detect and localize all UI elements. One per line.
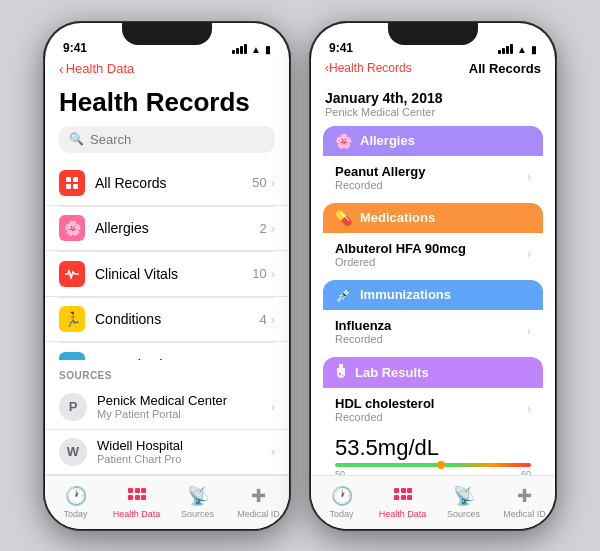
search-bar-left[interactable]: 🔍 [59,126,275,153]
albuterol-item[interactable]: Albuterol HFA 90mcg Ordered › [323,233,543,276]
tab-today-icon-left: 🕐 [65,485,87,507]
svg-rect-18 [407,488,412,493]
tab-today-right[interactable]: 🕐 Today [311,485,372,519]
tab-health-data-left[interactable]: Health Data [106,486,167,519]
back-label-left: Health Data [66,61,135,76]
svg-rect-13 [339,364,343,368]
hdl-name: HDL cholesterol [335,396,527,411]
albuterol-name: Albuterol HFA 90mcg [335,241,527,256]
page-title-left: Health Records [45,83,289,126]
list-item-clinical-vitals[interactable]: Clinical Vitals 10 › [45,252,289,297]
time-left: 9:41 [63,41,87,55]
date-subtitle: Penick Medical Center [325,106,541,118]
tab-health-label-right: Health Data [379,509,427,519]
tab-sources-label-right: Sources [447,509,480,519]
back-button-left[interactable]: ‹ Health Data [59,61,134,77]
lab-results-header: Lab Results [323,357,543,388]
tab-today-icon-right: 🕐 [331,485,353,507]
immunizations-icon: 💉 [59,352,85,360]
tab-today-label-right: Today [329,509,353,519]
svg-rect-9 [141,488,146,493]
svg-rect-11 [135,495,140,500]
svg-rect-10 [128,495,133,500]
tab-sources-right[interactable]: 📡 Sources [433,485,494,519]
albuterol-status: Ordered [335,256,527,268]
clinical-vitals-label: Clinical Vitals [95,266,252,282]
status-icons-right: ▲ ▮ [498,44,537,55]
tab-medid-label-right: Medical ID [503,509,546,519]
svg-rect-1 [73,177,78,182]
tab-health-data-right[interactable]: Health Data [372,486,433,519]
lab-results-card: Lab Results HDL cholesterol Recorded › 5… [323,357,543,475]
list-item-allergies[interactable]: 🌸 Allergies 2 › [45,206,289,251]
allergies-title: Allergies [360,133,415,148]
conditions-count: 4 [259,312,266,327]
svg-rect-3 [73,184,78,189]
hdl-value: 53.5mg/dL [323,431,543,463]
tab-medid-right[interactable]: ✚ Medical ID [494,485,555,519]
svg-rect-0 [66,177,71,182]
svg-rect-16 [394,488,399,493]
nav-bar-right: ‹ Health Records All Records [311,59,555,82]
source-widell-avatar: W [59,438,87,466]
source-penick-name: Penick Medical Center [97,393,271,408]
influenza-chevron: › [527,324,531,338]
influenza-status: Recorded [335,333,527,345]
tab-sources-left[interactable]: 📡 Sources [167,485,228,519]
all-records-chevron: › [271,175,275,190]
search-input-left[interactable] [90,132,265,147]
immunizations-card: 💉 Immunizations Influenza Recorded › [323,280,543,353]
svg-rect-2 [66,184,71,189]
medications-header: 💊 Medications [323,203,543,233]
influenza-item[interactable]: Influenza Recorded › [323,310,543,353]
svg-point-15 [342,374,344,376]
sources-header: SOURCES [45,360,289,385]
allergies-label: Allergies [95,220,259,236]
source-penick-avatar: P [59,393,87,421]
tab-medid-left[interactable]: ✚ Medical ID [228,485,289,519]
notch-right [388,23,478,45]
signal-icon [232,44,247,54]
phone-left: 9:41 ▲ ▮ ‹ Health Data Health Records 🔍 [43,21,291,531]
svg-rect-19 [394,495,399,500]
phone-right: 9:41 ▲ ▮ ‹ Health Records All Records Ja… [309,21,557,531]
chart-label-50: 50 [335,469,345,475]
source-penick[interactable]: P Penick Medical Center My Patient Porta… [45,385,289,430]
immunizations-title: Immunizations [360,287,451,302]
peanut-allergy-name: Peanut Allergy [335,164,527,179]
battery-icon: ▮ [265,44,271,55]
chart-label-60: 60 [521,469,531,475]
list-item-all-records[interactable]: All Records 50 › [45,161,289,206]
search-icon-left: 🔍 [69,132,84,146]
immunization-header-icon: 💉 [335,287,352,303]
tab-medid-icon-left: ✚ [251,485,266,507]
back-chevron-left: ‹ [59,61,64,77]
peanut-allergy-item[interactable]: Peanut Allergy Recorded › [323,156,543,199]
tab-today-left[interactable]: 🕐 Today [45,485,106,519]
source-widell-sub: Patient Chart Pro [97,453,271,465]
list-item-immunizations[interactable]: 💉 Immunizations 3 › [45,343,289,360]
allergies-chevron: › [271,221,275,236]
source-penick-chevron: › [271,399,275,414]
back-label-right: Health Records [329,61,412,75]
tab-medid-label-left: Medical ID [237,509,280,519]
tab-today-label-left: Today [63,509,87,519]
lab-results-title: Lab Results [355,365,429,380]
tab-sources-icon-right: 📡 [453,485,475,507]
svg-rect-8 [135,488,140,493]
date-title: January 4th, 2018 [325,90,541,106]
tab-bar-right: 🕐 Today Health Data 📡 Sources ✚ Medical … [311,475,555,529]
source-penick-info: Penick Medical Center My Patient Portal [97,393,271,420]
status-icons-left: ▲ ▮ [232,44,271,55]
list-item-conditions[interactable]: 🏃 Conditions 4 › [45,297,289,342]
battery-icon-right: ▮ [531,44,537,55]
svg-point-14 [339,372,341,374]
chart-labels: 50 60 [335,469,531,475]
source-widell[interactable]: W Widell Hospital Patient Chart Pro › [45,430,289,475]
medications-title: Medications [360,210,435,225]
medication-header-icon: 💊 [335,210,352,226]
notch-left [122,23,212,45]
hdl-item[interactable]: HDL cholesterol Recorded › [323,388,543,431]
svg-rect-20 [401,495,406,500]
back-button-right[interactable]: ‹ Health Records [325,61,412,75]
